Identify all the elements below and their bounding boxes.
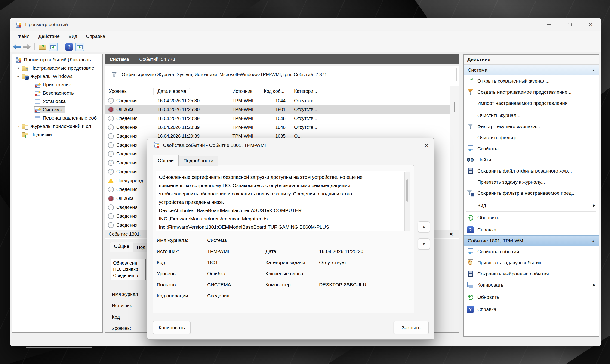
action-Справка[interactable]: ?Справка [464,224,599,235]
props-icon [467,248,474,255]
menu-item-Вид[interactable]: Вид [64,34,82,39]
chevron-collapsed-icon[interactable]: › [16,65,21,71]
export-icon[interactable] [38,43,46,51]
vertical-scrollbar[interactable] [450,87,458,230]
next-event-button[interactable]: ▼ [418,238,430,249]
copy-button[interactable]: Копировать [153,321,191,334]
forward-icon[interactable] [23,44,31,50]
tree-item-Система[interactable]: Система [12,105,103,114]
scrollbar-thumb[interactable] [454,102,455,112]
tree-item-Журналы Windows[interactable]: ›Журналы Windows [12,72,103,80]
action-Свойства событий[interactable]: Свойства событий [464,246,599,257]
action-Копировать[interactable]: Копировать▶ [464,279,599,290]
column-header-Уровень[interactable]: Уровень [105,88,154,95]
level-cell: iСведения [105,151,154,157]
action-Свойства[interactable]: Свойства [464,143,599,154]
action-Найти...[interactable]: Найти... [464,154,599,165]
description-scrollbar[interactable] [404,172,410,231]
tree-item-Просмотр событий (Локальнь[interactable]: Просмотр событий (Локальнь [12,55,103,64]
dialog-title-bar[interactable]: Свойства событий - Событие 1801, TPM-WMI… [147,138,434,152]
tree-item-Безопасность[interactable]: Безопасность [12,89,103,97]
dialog-close-icon[interactable]: × [424,142,429,149]
field-value: 1801 [207,260,265,265]
collapse-icon[interactable]: ▲ [592,68,595,72]
dialog-tab-Подробности[interactable]: Подробности [179,156,218,166]
action-Очистить журнал...[interactable]: Очистить журнал... [464,110,599,121]
maximize-button[interactable] [564,21,575,28]
tree-item-box: Приложение [34,81,74,88]
console-tree-panel: Просмотр событий (Локальнь›Настраиваемые… [12,54,103,333]
event-code-cell: 1046 [260,116,290,121]
tree-horizontal-scrollbar[interactable] [26,347,92,348]
action-Вид[interactable]: Вид▶ [464,200,599,211]
scrollbar-thumb[interactable] [406,180,408,202]
event-row[interactable]: !Ошибка16.04.2026 11:25:30TPM-WMI1801Отс… [105,105,450,114]
action-Сохранить файл отфильтрованного жур...[interactable]: Сохранить файл отфильтрованного жур... [464,165,599,176]
action-Привязать задачу к журналу...[interactable]: Привязать задачу к журналу... [464,176,599,188]
log-event-count: Событий: 34 773 [139,57,175,62]
action-Импорт настраиваемого представления[interactable]: Импорт настраиваемого представления [464,98,599,109]
close-dialog-button[interactable]: Закрыть [394,321,429,334]
tree-item-Приложение[interactable]: Приложение [12,80,103,89]
action-pane-icon[interactable] [75,43,84,51]
event-row[interactable]: iСведения16.04.2026 11:20:39TPM-WMI1046О… [105,123,450,131]
filter-bar[interactable]: Отфильтровано:Журнал: System; Источники:… [107,68,457,81]
preview-tab-Общие[interactable]: Общие [110,242,133,252]
minimize-button[interactable] [544,21,554,28]
chevron-collapsed-icon[interactable]: › [16,123,21,130]
previous-event-button[interactable]: ▲ [418,221,430,233]
menu-item-Справка[interactable]: Справка [82,34,109,39]
level-label: Сведения [116,125,137,130]
action-Привязать задачу к событию...[interactable]: Привязать задачу к событию... [464,257,599,268]
back-icon[interactable] [13,44,21,50]
chevron-expanded-icon[interactable]: › [15,74,22,79]
event-row[interactable]: iСведения16.04.2026 11:25:30TPM-WMI1044О… [105,96,450,105]
action-Справка[interactable]: ?Справка [464,304,599,315]
tree-item-Журналы приложений и сл[interactable]: ›Журналы приложений и сл [12,122,103,130]
level-label: Ошибка [116,196,134,201]
collapse-icon[interactable]: ▲ [592,239,595,243]
source-cell: TPM-WMI [228,116,260,121]
column-header-Дата и время[interactable]: Дата и время [154,88,228,95]
event-row[interactable]: iСведения16.04.2026 11:20:39TPM-WMI1046О… [105,114,450,123]
tree-item-Перенаправленные соб[interactable]: Перенаправленные соб [12,114,103,122]
action-Открыть сохраненный журнал...[interactable]: Открыть сохраненный журнал... [464,75,599,87]
actions-section-Событие 1801, TPM-WMI[interactable]: Событие 1801, TPM-WMI▲ [464,235,599,246]
level-cell: iСведения [105,116,154,121]
tree-item-Настраиваемые представле[interactable]: ›Настраиваемые представле [12,64,103,72]
dialog-general-tab-page: Обновленные сертификаты безопасной загру… [153,165,414,313]
level-cell: iСведения [105,213,154,219]
close-button[interactable]: × [585,21,596,28]
tree-item-Подписки[interactable]: Подписки [12,130,103,139]
action-Фильтр текущего журнала...[interactable]: Фильтр текущего журнала... [464,121,599,132]
dialog-title: Свойства событий - Событие 1801, TPM-WMI [163,143,266,148]
field-value: 16.04.2026 11:25:30 [319,249,410,254]
preview-description[interactable]: ОбновленнПО. ОзнакоСведения о [111,259,146,280]
actions-section-Система[interactable]: Система▲ [464,65,599,75]
action-Обновить[interactable]: Обновить [464,292,599,303]
action-Обновить[interactable]: Обновить [464,212,599,223]
level-cell: !Ошибка [105,107,154,112]
action-Сохранить фильтр в настраиваемое пред...[interactable]: Сохранить фильтр в настраиваемое пред... [464,188,599,199]
divider [467,291,596,291]
divider [467,224,596,224]
dialog-tab-Общие[interactable]: Общие [153,155,179,166]
action-Сохранить выбранные события...[interactable]: Сохранить выбранные события... [464,268,599,279]
column-header-Код соб...[interactable]: Код соб... [260,88,290,95]
console-tree-icon[interactable] [49,43,58,51]
column-header-Источник[interactable]: Источник [228,88,260,95]
preview-close-icon[interactable]: × [450,231,453,238]
menu-item-Действие[interactable]: Действие [34,34,64,39]
tree-item-Установка[interactable]: Установка [12,97,103,105]
menu-item-Файл[interactable]: Файл [13,34,34,39]
help-icon[interactable]: ? [65,43,73,51]
level-cell: iСведения [105,124,154,130]
level-cell: iСведения [105,133,154,139]
action-Создать настраиваемое представление...[interactable]: Создать настраиваемое представление... [464,87,599,98]
column-header-Категори...[interactable]: Категори... [290,88,325,95]
log-tab-strip[interactable]: Система Событий: 34 773 [104,54,459,64]
title-bar[interactable]: Просмотр событий × [10,18,601,31]
action-Очистить фильтр[interactable]: Очистить фильтр [464,132,599,143]
divider [467,211,596,212]
event-description[interactable]: Обновленные сертификаты безопасной загру… [156,171,406,231]
